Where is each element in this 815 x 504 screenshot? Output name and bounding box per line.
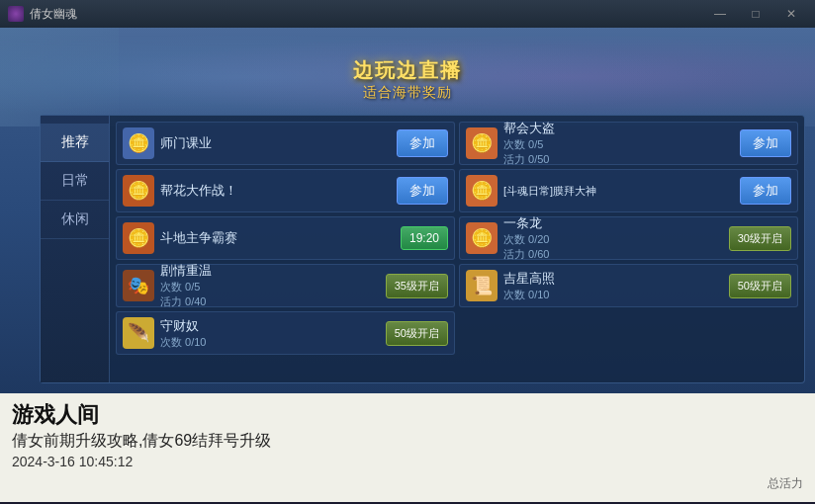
maximize-button[interactable]: □ xyxy=(740,4,771,24)
jixinggaochao-meta1: 次数 0/10 xyxy=(503,288,723,302)
yitiaolong-info: 一条龙 次数 0/20 活力 0/60 xyxy=(503,214,723,262)
doudizhu-timer-button[interactable]: 19:20 xyxy=(401,226,448,250)
bottom-title-main: 游戏人间 xyxy=(12,401,803,430)
activity-row-1: 🪙 师门课业 参加 🪙 帮会大盗 次数 0/5 活力 0/50 参加 xyxy=(116,122,798,165)
yitiaolong-meta2: 活力 0/60 xyxy=(503,247,723,262)
shimenkeyue-icon: 🪙 xyxy=(123,127,154,159)
banghuidadao-icon: 🪙 xyxy=(466,127,498,159)
activity-row-5: 🪶 守财奴 次数 0/10 50级开启 xyxy=(116,311,798,355)
yitiaolong-meta1: 次数 0/20 xyxy=(503,232,723,247)
activity-jixinggaochao: 📜 吉星高照 次数 0/10 50级开启 xyxy=(459,264,798,307)
activity-douhunmobaida: 🪙 [斗魂日常]膜拜大神 参加 xyxy=(459,169,798,212)
banghuidadao-meta1: 次数 0/5 xyxy=(503,137,734,152)
banghuidadao-meta2: 活力 0/50 xyxy=(503,152,734,167)
activity-banghuazuozhan: 🪙 帮花大作战！ 参加 xyxy=(116,169,455,212)
yitiaolong-name: 一条龙 xyxy=(503,214,723,232)
activity-shimenkeyue: 🪙 师门课业 参加 xyxy=(116,122,455,165)
bottom-datetime: 2024-3-16 10:45:12 xyxy=(12,454,803,469)
banghuazuozhan-name: 帮花大作战！ xyxy=(160,182,391,200)
sidebar-tabs: 推荐 日常 休闲 xyxy=(41,116,110,382)
banner-text: 边玩边直播 适合海带奖励 xyxy=(353,57,462,102)
title-bar-left: 倩女幽魂 xyxy=(8,6,77,23)
yitiaolong-lock-button[interactable]: 30级开启 xyxy=(729,226,791,251)
juqingchongwen-info: 剧情重温 次数 0/5 活力 0/40 xyxy=(160,262,380,309)
activity-shoucainu: 🪶 守财奴 次数 0/10 50级开启 xyxy=(116,311,455,355)
close-button[interactable]: ✕ xyxy=(775,4,807,24)
banghuazuozhan-join-button[interactable]: 参加 xyxy=(397,177,448,205)
jixinggaochao-name: 吉星高照 xyxy=(503,270,723,288)
jixinggaochao-icon: 📜 xyxy=(466,270,498,301)
title-bar: 倩女幽魂 — □ ✕ xyxy=(0,0,815,28)
doudizhu-name: 斗地主争霸赛 xyxy=(160,229,395,247)
app-icon xyxy=(8,6,24,22)
juqingchongwen-lock-button[interactable]: 35级开启 xyxy=(386,274,448,298)
char-left xyxy=(0,28,119,126)
banner-sub: 适合海带奖励 xyxy=(353,84,462,102)
bottom-right-label: 总活力 xyxy=(768,475,803,492)
douhunmobaida-icon: 🪙 xyxy=(466,175,498,207)
juqingchongwen-meta1: 次数 0/5 xyxy=(160,280,380,294)
jixinggaochao-info: 吉星高照 次数 0/10 xyxy=(503,270,723,302)
tab-daily[interactable]: 日常 xyxy=(41,162,109,201)
char-right xyxy=(696,28,815,126)
douhunmobaida-name: [斗魂日常]膜拜大神 xyxy=(503,184,734,199)
juqingchongwen-icon: 🎭 xyxy=(123,270,154,301)
douhunmobaida-join-button[interactable]: 参加 xyxy=(740,177,791,205)
activity-row-2: 🪙 帮花大作战！ 参加 🪙 [斗魂日常]膜拜大神 参加 xyxy=(116,169,798,212)
banner-main: 边玩边直播 xyxy=(353,57,462,84)
shoucainu-lock-button[interactable]: 50级开启 xyxy=(386,321,448,346)
banghuidadao-name: 帮会大盗 xyxy=(503,120,734,137)
content-panel: 推荐 日常 休闲 🪙 师门课业 参加 🪙 帮会大盗 次数 0/5 活力 0/50 xyxy=(40,115,805,383)
shimenkeyue-name: 师门课业 xyxy=(160,134,391,152)
yitiaolong-icon: 🪙 xyxy=(466,222,498,254)
juqingchongwen-meta2: 活力 0/40 xyxy=(160,294,380,309)
shoucainu-info: 守财奴 次数 0/10 xyxy=(160,317,380,350)
shoucainu-name: 守财奴 xyxy=(160,317,380,335)
doudizhu-icon: 🪙 xyxy=(123,222,154,254)
activity-yitiaolong: 🪙 一条龙 次数 0/20 活力 0/60 30级开启 xyxy=(459,216,798,260)
activity-list: 🪙 师门课业 参加 🪙 帮会大盗 次数 0/5 活力 0/50 参加 xyxy=(110,116,804,382)
app-title: 倩女幽魂 xyxy=(30,6,77,23)
juqingchongwen-name: 剧情重温 xyxy=(160,262,380,280)
shimenkeyue-join-button[interactable]: 参加 xyxy=(397,129,448,157)
activity-row-4: 🎭 剧情重温 次数 0/5 活力 0/40 35级开启 📜 吉星高照 次数 0/… xyxy=(116,264,798,307)
minimize-button[interactable]: — xyxy=(704,4,736,24)
tab-leisure[interactable]: 休闲 xyxy=(41,201,109,239)
bottom-info: 游戏人间 倩女前期升级攻略,倩女69结拜号升级 2024-3-16 10:45:… xyxy=(0,393,815,502)
banghuidadao-info: 帮会大盗 次数 0/5 活力 0/50 xyxy=(503,120,734,167)
jixinggaochao-lock-button[interactable]: 50级开启 xyxy=(729,274,791,298)
shoucainu-icon: 🪶 xyxy=(123,317,154,349)
top-banner: 边玩边直播 适合海带奖励 xyxy=(0,28,815,126)
banghuazuozhan-icon: 🪙 xyxy=(123,175,154,207)
activity-doudizhu: 🪙 斗地主争霸赛 19:20 xyxy=(116,216,455,260)
activity-row-3: 🪙 斗地主争霸赛 19:20 🪙 一条龙 次数 0/20 活力 0/60 30级… xyxy=(116,216,798,260)
shoucainu-meta1: 次数 0/10 xyxy=(160,335,380,350)
activity-banghuidadao: 🪙 帮会大盗 次数 0/5 活力 0/50 参加 xyxy=(459,122,798,165)
window-controls: — □ ✕ xyxy=(704,4,807,24)
game-area: 边玩边直播 适合海带奖励 推荐 日常 休闲 🪙 师门课业 参加 🪙 xyxy=(0,28,815,393)
activity-juqingchongwen: 🎭 剧情重温 次数 0/5 活力 0/40 35级开启 xyxy=(116,264,455,307)
tab-recommend[interactable]: 推荐 xyxy=(41,124,109,162)
banghuidadao-join-button[interactable]: 参加 xyxy=(740,129,791,157)
bottom-title-sub: 倩女前期升级攻略,倩女69结拜号升级 xyxy=(12,430,803,452)
